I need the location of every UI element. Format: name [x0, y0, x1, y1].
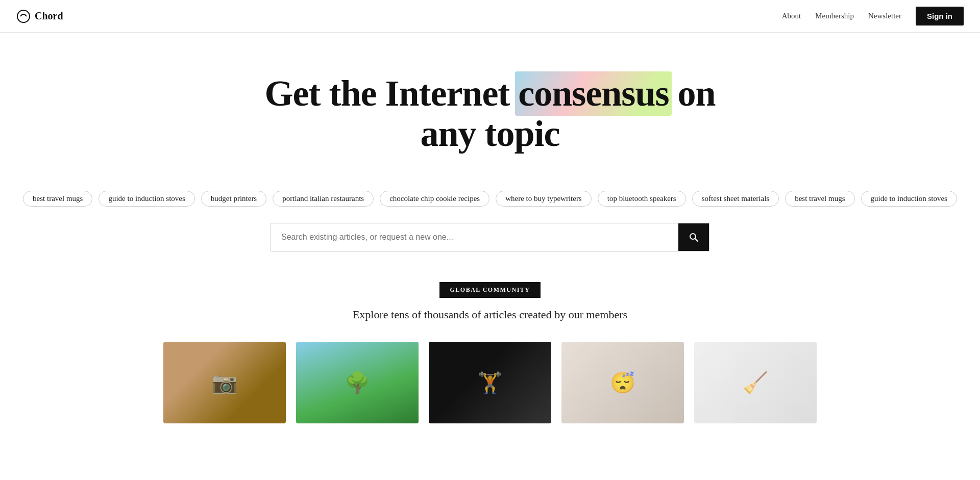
- article-card[interactable]: [561, 342, 684, 423]
- article-card-image: [561, 342, 684, 423]
- logo-icon: [16, 9, 31, 23]
- svg-line-2: [695, 239, 698, 241]
- hero-title-highlight: consensus: [518, 73, 669, 114]
- nav-membership[interactable]: Membership: [815, 12, 854, 20]
- article-card[interactable]: [694, 342, 817, 423]
- logo-text: Chord: [35, 10, 63, 22]
- hero-title: Get the Internet consensus onany topic: [10, 73, 970, 154]
- article-card-image: [694, 342, 817, 423]
- search-input[interactable]: [271, 223, 678, 251]
- navbar: Chord About Membership Newsletter Sign i…: [0, 0, 980, 33]
- community-tagline: Explore tens of thousands of articles cr…: [10, 308, 970, 321]
- logo-link[interactable]: Chord: [16, 9, 63, 23]
- hero-title-prefix: Get the Internet: [265, 73, 510, 114]
- article-card[interactable]: [296, 342, 419, 423]
- signin-button[interactable]: Sign in: [916, 7, 964, 26]
- community-section: GLOBAL COMMUNITY Explore tens of thousan…: [0, 282, 980, 444]
- nav-links: About Membership Newsletter Sign in: [782, 7, 964, 26]
- article-card-image: [163, 342, 286, 423]
- tag-pill[interactable]: chocolate chip cookie recipes: [380, 191, 489, 207]
- tag-pill[interactable]: top bluetooth speakers: [598, 191, 686, 207]
- tag-pill[interactable]: softest sheet materials: [692, 191, 779, 207]
- tag-pill[interactable]: guide to induction stoves: [861, 191, 957, 207]
- article-card-image: [429, 342, 551, 423]
- article-card[interactable]: [163, 342, 286, 423]
- tag-pill[interactable]: best travel mugs: [785, 191, 854, 207]
- tags-strip: best travel mugs guide to induction stov…: [0, 191, 980, 223]
- search-box: [271, 223, 709, 251]
- article-card-image: [296, 342, 419, 423]
- search-icon: [689, 232, 699, 242]
- tag-pill[interactable]: portland italian restaurants: [273, 191, 374, 207]
- tag-pill[interactable]: best travel mugs: [23, 191, 92, 207]
- search-button[interactable]: [678, 223, 709, 251]
- svg-point-0: [17, 10, 30, 22]
- tag-pill[interactable]: budget printers: [201, 191, 266, 207]
- nav-about[interactable]: About: [782, 12, 801, 20]
- nav-newsletter[interactable]: Newsletter: [868, 12, 901, 20]
- articles-row: [10, 342, 970, 423]
- article-card[interactable]: [429, 342, 551, 423]
- search-container: [0, 223, 980, 282]
- community-badge: GLOBAL COMMUNITY: [439, 282, 540, 298]
- hero-section: Get the Internet consensus onany topic: [0, 33, 980, 191]
- tag-pill[interactable]: guide to induction stoves: [99, 191, 194, 207]
- tag-pill[interactable]: where to buy typewriters: [496, 191, 592, 207]
